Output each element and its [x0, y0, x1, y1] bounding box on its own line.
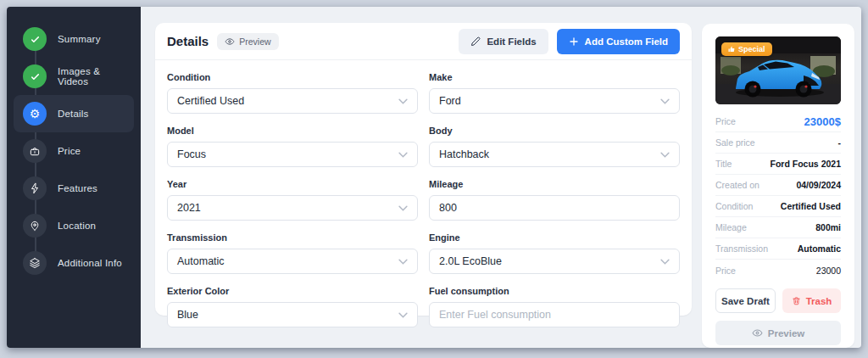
- summary-row-price-plain: Price 23000: [715, 260, 841, 281]
- sidebar-item-label: Details: [58, 109, 89, 119]
- eye-icon: [752, 327, 763, 338]
- sidebar-item-label: Features: [58, 183, 97, 193]
- header-actions: Edit Fields Add Custom Field: [459, 29, 680, 54]
- make-select[interactable]: Ford: [429, 88, 680, 114]
- field-label: Make: [429, 72, 680, 82]
- details-form: Condition Certified Used Make Ford Model…: [155, 60, 692, 339]
- price-value: 23000$: [804, 115, 841, 128]
- summary-row-price: Price 23000$: [715, 111, 841, 132]
- pencil-icon: [470, 36, 481, 47]
- trash-icon: [792, 296, 801, 305]
- listing-steps-nav: Summary Images & Videos ⚙ Details Price: [7, 7, 141, 295]
- preview-button[interactable]: Preview: [715, 321, 841, 345]
- field-label: Year: [167, 179, 418, 189]
- preview-badge-label: Preview: [239, 36, 270, 47]
- plus-icon: [569, 36, 579, 47]
- eye-icon: [225, 36, 235, 47]
- field-engine: Engine 2.0L EcoBlue: [429, 232, 680, 274]
- card-actions: Save Draft Trash: [715, 288, 841, 313]
- sidebar-item-label: Summary: [58, 34, 101, 44]
- save-draft-button[interactable]: Save Draft: [715, 288, 776, 313]
- chevron-down-icon: [660, 98, 670, 104]
- field-label: Body: [429, 126, 680, 136]
- field-label: Mileage: [429, 179, 680, 189]
- bolt-icon: [23, 176, 47, 200]
- sidebar-item-label: Images & Videos: [58, 66, 125, 87]
- special-badge: Special: [721, 42, 772, 56]
- chevron-down-icon: [398, 205, 408, 211]
- preview-badge[interactable]: Preview: [217, 33, 278, 50]
- edit-fields-button[interactable]: Edit Fields: [459, 29, 548, 54]
- fuel-consumption-input[interactable]: [429, 302, 680, 327]
- car-photo: Special: [715, 36, 841, 104]
- summary-row-sale-price: Sale price -: [715, 132, 841, 154]
- sidebar-item-details[interactable]: ⚙ Details: [14, 95, 134, 132]
- summary-row-transmission: Transmission Automatic: [715, 238, 841, 260]
- chevron-down-icon: [398, 259, 408, 265]
- trash-button[interactable]: Trash: [782, 288, 841, 313]
- exterior-color-select[interactable]: Blue: [167, 302, 418, 327]
- chevron-down-icon: [398, 312, 408, 318]
- summary-row-title: Title Ford Focus 2021: [715, 154, 841, 175]
- sidebar-item-location[interactable]: Location: [14, 207, 134, 244]
- sidebar-item-features[interactable]: Features: [14, 170, 134, 207]
- chevron-down-icon: [660, 259, 670, 265]
- sidebar-item-summary[interactable]: Summary: [14, 20, 134, 58]
- field-body: Body Hatchback: [429, 126, 680, 167]
- field-transmission: Transmission Automatic: [167, 232, 418, 274]
- special-badge-label: Special: [738, 45, 765, 53]
- field-make: Make Ford: [429, 72, 680, 114]
- gear-icon: ⚙: [23, 102, 47, 126]
- chevron-down-icon: [660, 152, 670, 158]
- field-exterior-color: Exterior Color Blue: [167, 286, 418, 327]
- sidebar-item-price[interactable]: Price: [14, 132, 134, 170]
- field-label: Condition: [167, 72, 418, 82]
- summary-row-created-on: Created on 04/09/2024: [715, 175, 841, 196]
- field-model: Model Focus: [167, 126, 418, 167]
- thumb-up-icon: [728, 46, 735, 53]
- chevron-down-icon: [398, 98, 408, 104]
- summary-rows: Price 23000$ Sale price - Title Ford Foc…: [715, 111, 841, 281]
- wallet-icon: [23, 139, 47, 163]
- add-custom-field-button[interactable]: Add Custom Field: [557, 29, 680, 54]
- sidebar-item-additional-info[interactable]: Additional Info: [14, 244, 134, 282]
- condition-select[interactable]: Certified Used: [167, 88, 418, 114]
- engine-select[interactable]: 2.0L EcoBlue: [429, 249, 680, 274]
- transmission-select[interactable]: Automatic: [167, 249, 418, 274]
- summary-row-mileage: Mileage 800mi: [715, 217, 841, 238]
- field-label: Model: [167, 126, 418, 136]
- field-label: Fuel consumption: [429, 286, 680, 296]
- map-pin-icon: [23, 214, 47, 238]
- year-select[interactable]: 2021: [167, 195, 418, 221]
- sidebar-item-label: Location: [58, 221, 96, 231]
- field-label: Exterior Color: [167, 286, 418, 296]
- details-panel-header: Details Preview Edit Fields: [155, 23, 692, 60]
- mileage-input[interactable]: [429, 195, 680, 221]
- sidebar-item-label: Price: [58, 146, 81, 156]
- layers-icon: [23, 251, 47, 275]
- field-mileage: Mileage: [429, 179, 680, 221]
- page-title: Details: [167, 34, 209, 48]
- chevron-down-icon: [398, 152, 408, 158]
- field-condition: Condition Certified Used: [167, 72, 418, 114]
- field-fuel-consumption: Fuel consumption: [429, 286, 680, 327]
- field-label: Engine: [429, 232, 680, 243]
- sidebar-item-images-videos[interactable]: Images & Videos: [14, 58, 134, 95]
- model-select[interactable]: Focus: [167, 142, 418, 167]
- field-label: Transmission: [167, 232, 418, 243]
- body-select[interactable]: Hatchback: [429, 142, 680, 167]
- details-panel: Details Preview Edit Fields: [155, 23, 692, 316]
- listing-summary-card: Special Price 23000$ Sale price - Title …: [702, 24, 854, 348]
- field-year: Year 2021: [167, 179, 418, 221]
- summary-row-condition: Condition Certified Used: [715, 196, 841, 217]
- check-icon: [23, 64, 47, 88]
- app-window: Summary Images & Videos ⚙ Details Price: [7, 7, 861, 348]
- sidebar: Summary Images & Videos ⚙ Details Price: [7, 7, 141, 348]
- sidebar-item-label: Additional Info: [58, 258, 122, 268]
- check-icon: [23, 27, 47, 51]
